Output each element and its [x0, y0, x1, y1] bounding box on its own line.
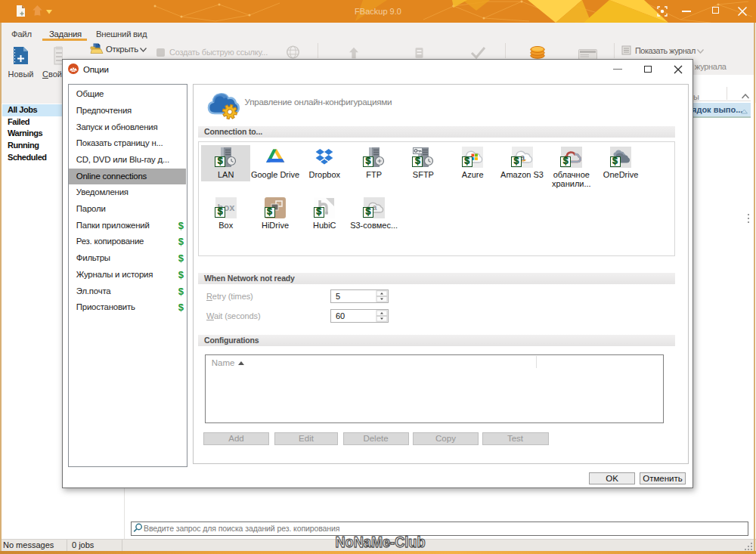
svg-text:NoNaMe-Club: NoNaMe-Club — [336, 533, 426, 550]
